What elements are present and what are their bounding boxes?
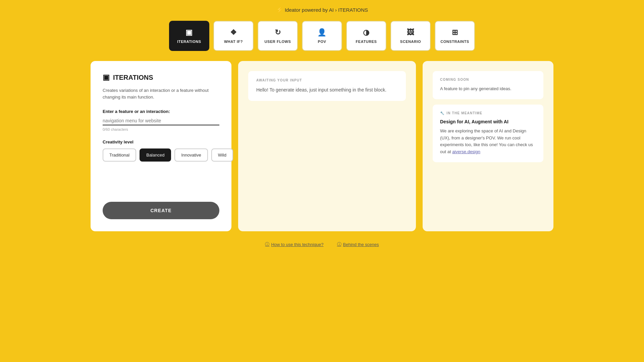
coming-soon-text: A feature to pin any generated ideas. [440,85,536,93]
feature-input[interactable] [103,117,219,125]
in-meantime-card: 🔧 IN THE MEANTIME Design for AI, Augment… [433,105,543,162]
nav-tabs: ▣ ITERATIONS ❖ WHAT IF? ↻ USER FLOWS 👤 P… [169,21,475,51]
in-meantime-text: We are exploring the space of AI and Des… [440,128,536,156]
userflows-label: USER FLOWS [265,40,291,44]
awaiting-box: AWAITING YOUR INPUT Hello! To generate i… [248,71,406,101]
in-meantime-tag: 🔧 IN THE MEANTIME [440,111,536,115]
info-icon-1: ⓘ [265,241,269,247]
aiverse-link[interactable]: aiverse.design [452,149,480,154]
whatif-label: WHAT IF? [224,40,243,44]
main-content: ▣ ITERATIONS Creates variations of an in… [91,61,553,231]
iterations-label: ITERATIONS [177,40,201,44]
creativity-btn-innovative[interactable]: Innovative [174,148,208,162]
how-to-use-link[interactable]: ⓘ How to use this technique? [265,241,323,247]
left-panel: ▣ ITERATIONS Creates variations of an in… [91,61,231,231]
scenario-icon: 🖼 [407,28,415,37]
creativity-label: Creativity level [103,139,219,144]
whatif-icon: ❖ [230,28,237,37]
coming-soon-tag: COMING SOON [440,78,536,81]
nav-tab-userflows[interactable]: ↻ USER FLOWS [258,21,298,51]
constraints-icon: ⊞ [452,28,458,37]
awaiting-tag: AWAITING YOUR INPUT [256,78,398,82]
footer: ⓘ How to use this technique? ⓘ Behind th… [265,241,379,247]
creativity-btn-balanced[interactable]: Balanced [140,148,171,162]
iterations-icon: ▣ [103,73,110,82]
nav-tab-scenario[interactable]: 🖼 SCENARIO [390,21,431,51]
iterations-icon: ▣ [185,28,193,37]
right-panel: COMING SOON A feature to pin any generat… [423,61,553,231]
panel-title: ▣ ITERATIONS [103,73,219,82]
behind-scenes-link[interactable]: ⓘ Behind the scenes [337,241,379,247]
breadcrumb-text: Ideator powered by AI › ITERATIONS [285,7,368,13]
panel-title-text: ITERATIONS [113,74,153,81]
wrench-icon: 🔧 [440,111,444,115]
middle-panel: AWAITING YOUR INPUT Hello! To generate i… [238,61,416,231]
nav-tab-whatif[interactable]: ❖ WHAT IF? [213,21,254,51]
constraints-label: CONSTRAINTS [440,40,469,44]
nav-tab-constraints[interactable]: ⊞ CONSTRAINTS [435,21,475,51]
creativity-buttons: TraditionalBalancedInnovativeWild [103,148,219,162]
awaiting-text: Hello! To generate ideas, just input som… [256,86,398,94]
userflows-icon: ↻ [275,28,281,37]
creativity-btn-traditional[interactable]: Traditional [103,148,136,162]
bolt-icon: ⚡ [276,6,283,13]
pov-icon: 👤 [317,28,327,37]
nav-tab-iterations[interactable]: ▣ ITERATIONS [169,21,209,51]
create-button[interactable]: CREATE [103,202,219,219]
pov-label: POV [318,40,326,44]
scenario-label: SCENARIO [400,40,421,44]
char-count: 0/60 characters [103,127,219,131]
features-icon: ◑ [363,28,370,37]
field-label: Enter a feature or an interaction: [103,109,219,114]
info-icon-2: ⓘ [337,241,341,247]
coming-soon-card: COMING SOON A feature to pin any generat… [433,71,543,99]
creativity-btn-wild[interactable]: Wild [211,148,233,162]
nav-tab-features[interactable]: ◑ FEATURES [346,21,386,51]
features-label: FEATURES [356,40,377,44]
nav-tab-pov[interactable]: 👤 POV [302,21,342,51]
in-meantime-title: Design for AI, Augment with AI [440,119,536,124]
panel-description: Creates variations of an interaction or … [103,87,219,100]
breadcrumb: ⚡ Ideator powered by AI › ITERATIONS [276,6,368,13]
